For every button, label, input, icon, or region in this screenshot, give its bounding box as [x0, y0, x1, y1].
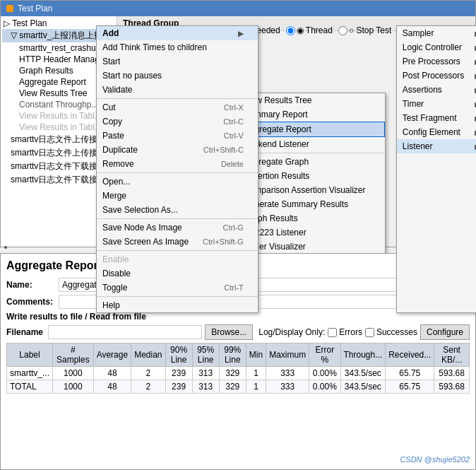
menu-item-toggle[interactable]: Toggle Ctrl-T [97, 281, 258, 295]
successes-checkbox[interactable] [365, 328, 374, 337]
col-received: Received... [386, 343, 434, 367]
submenu-config-element[interactable]: Config Element ▶ [397, 125, 476, 139]
context-menu-container: Add ▶ Add Think Times to children Start … [96, 25, 357, 313]
menu-item-save-selection[interactable]: Save Selection As... [97, 203, 258, 217]
table-cell: 239 [165, 367, 192, 380]
table-cell: 343.5/sec [340, 380, 386, 394]
submenu-logic-controller[interactable]: Logic Controller ▶ [397, 40, 476, 54]
table-cell: TOTAL [7, 380, 53, 394]
comments-label: Comments: [6, 297, 56, 307]
table-cell: 239 [165, 380, 192, 394]
menu-item-start-no-pauses[interactable]: Start no pauses [97, 69, 258, 83]
table-cell: 333 [266, 380, 309, 394]
separator-3 [97, 218, 258, 219]
table-cell: 2 [131, 380, 165, 394]
col-90line: 90% Line [165, 343, 192, 367]
menu-item-save-screen-image[interactable]: Save Screen As Image Ctrl+Shift-G [97, 235, 258, 249]
col-99line: 99% Line [219, 343, 246, 367]
col-samples: # Samples [53, 343, 94, 367]
submenu-test-fragment[interactable]: Test Fragment ▶ [397, 111, 476, 125]
filename-row: Filename Browse... Log/Display Only: Err… [6, 324, 470, 340]
title-bar-label: Test Plan [18, 4, 52, 13]
separator-4 [97, 250, 258, 251]
menu-item-duplicate[interactable]: Duplicate Ctrl+Shift-C [97, 143, 258, 157]
table-cell: 0.00% [309, 367, 340, 380]
separator-1 [97, 98, 258, 99]
submenu-sampler[interactable]: Sampler ▶ [397, 26, 476, 40]
submenu-pre-processors[interactable]: Pre Processors ▶ [397, 54, 476, 69]
table-cell: 0.00% [309, 380, 340, 394]
table-cell: 48 [93, 367, 131, 380]
col-95line: 95% Line [192, 343, 219, 367]
table-cell: 313 [192, 380, 219, 394]
menu-item-paste[interactable]: Paste Ctrl-V [97, 129, 258, 143]
table-cell: 65.75 [386, 380, 434, 394]
watermark: CSDN @shujie5202 [400, 455, 470, 464]
menu-item-help[interactable]: Help [97, 298, 258, 312]
errors-checkbox[interactable] [328, 328, 337, 337]
menu-item-remove[interactable]: Remove Delete [97, 157, 258, 171]
table-cell: 313 [192, 367, 219, 380]
filename-label: Filename [6, 327, 45, 337]
table-cell: 1 [246, 380, 266, 394]
col-min: Min [246, 343, 266, 367]
col-average: Average [93, 343, 131, 367]
errors-checkbox-label[interactable]: Errors [328, 327, 362, 337]
table-cell: 329 [219, 380, 246, 394]
name-label: Name: [6, 280, 56, 290]
menu-item-open[interactable]: Open... [97, 175, 258, 189]
errors-label: Errors [339, 327, 362, 337]
table-cell: 593.68 [434, 367, 470, 380]
context-menu-main: Add ▶ Add Think Times to children Start … [96, 25, 258, 313]
submenu-assertions[interactable]: Assertions ▶ [397, 83, 476, 97]
folder-icon: ▽ [11, 30, 19, 40]
submenu-listener[interactable]: Listener ▶ [397, 139, 476, 153]
table-cell: 1000 [53, 367, 94, 380]
separator-5 [97, 296, 258, 297]
menu-item-cut[interactable]: Cut Ctrl-X [97, 100, 258, 114]
configure-button[interactable]: Configure [420, 324, 470, 340]
table-cell: 65.75 [386, 367, 434, 380]
results-table: Label # Samples Average Median 90% Line … [6, 343, 470, 394]
dot-marker [4, 246, 7, 249]
col-maximum: Maximum [266, 343, 309, 367]
menu-item-copy[interactable]: Copy Ctrl-C [97, 114, 258, 129]
submenu-arrow: ▶ [238, 30, 244, 37]
filename-input[interactable] [48, 325, 202, 339]
table-header-row: Label # Samples Average Median 90% Line … [7, 343, 470, 367]
menu-item-save-node-image[interactable]: Save Node As Image Ctrl-G [97, 221, 258, 235]
successes-checkbox-label[interactable]: Successes [365, 327, 417, 337]
table-cell: smarttv_... [7, 367, 53, 380]
col-label: Label [7, 343, 53, 367]
table-cell: 343.5/sec [340, 367, 386, 380]
table-row: smarttv_...100048223931332913330.00%343.… [7, 367, 470, 380]
separator-2 [97, 172, 258, 173]
submenu-timer[interactable]: Timer ▶ [397, 97, 476, 111]
col-median: Median [131, 343, 165, 367]
menu-item-merge[interactable]: Merge [97, 189, 258, 203]
successes-label: Successes [376, 327, 417, 337]
folder-icon: ▷ [4, 18, 12, 28]
menu-item-enable: Enable [97, 252, 258, 266]
table-cell: 333 [266, 367, 309, 380]
table-cell: 593.68 [434, 380, 470, 394]
table-cell: 1 [246, 367, 266, 380]
menu-item-disable[interactable]: Disable [97, 266, 258, 281]
log-display-label: Log/Display Only: [258, 327, 325, 337]
write-results-label: Write results to file / Read from file [6, 312, 470, 322]
table-cell: 1000 [53, 380, 94, 394]
browse-button[interactable]: Browse... [205, 324, 253, 340]
table-cell: 48 [93, 380, 131, 394]
title-bar-icon [6, 5, 13, 12]
col-throughput: Through... [340, 343, 386, 367]
submenu-add: Sampler ▶ Logic Controller ▶ Pre Process… [396, 25, 476, 313]
menu-item-start[interactable]: Start [97, 54, 258, 69]
title-bar: Test Plan [1, 1, 475, 16]
submenu-post-processors[interactable]: Post Processors ▶ [397, 69, 476, 83]
menu-item-add-think-times[interactable]: Add Think Times to children [97, 40, 258, 54]
menu-item-add[interactable]: Add ▶ [97, 26, 258, 40]
col-error-pct: Error % [309, 343, 340, 367]
jmeter-top-panel: Test Plan ▷ Test Plan ▽ smarttv_上报消息上报-h… [0, 0, 476, 247]
col-sent: Sent KB/... [434, 343, 470, 367]
menu-item-validate[interactable]: Validate [97, 83, 258, 97]
